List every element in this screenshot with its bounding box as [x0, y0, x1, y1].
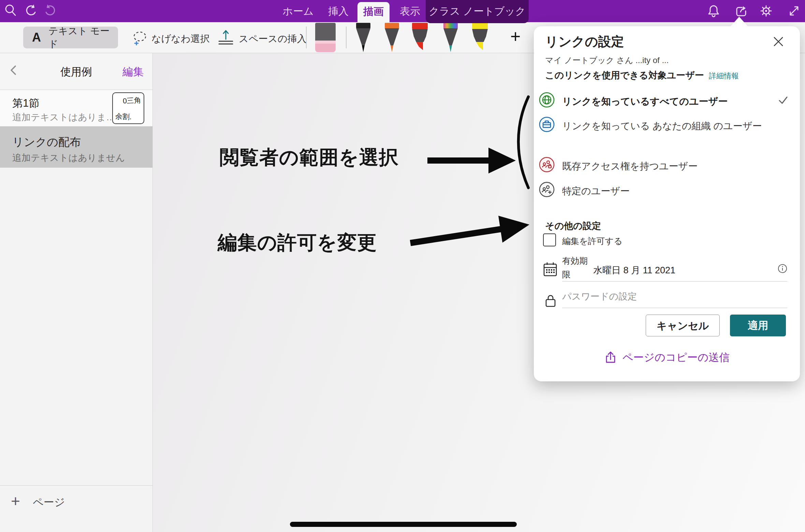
- people-lock-icon: [539, 156, 555, 173]
- top-app-bar: ホーム 挿入 描画 表示 クラス ノートブック: [0, 0, 805, 22]
- text-mode-a-icon: A: [32, 30, 41, 45]
- page-list-panel: 使用例 編集 第1節 追加テキストはありま… 0三角 余割. リンクの配布 追加…: [0, 53, 153, 532]
- globe-icon: [539, 92, 555, 108]
- expiration-value[interactable]: 水曜日 8 月 11 2021: [593, 264, 675, 276]
- tab-view[interactable]: 表示: [394, 0, 426, 22]
- toolbar-divider: [306, 27, 307, 48]
- people-add-icon: [539, 181, 555, 198]
- search-icon[interactable]: [3, 3, 18, 18]
- close-icon[interactable]: [772, 35, 785, 48]
- tab-insert[interactable]: 挿入: [323, 0, 354, 22]
- add-pen-button[interactable]: +: [510, 28, 521, 45]
- red-highlighter-tool[interactable]: [410, 23, 430, 53]
- tab-draw[interactable]: 描画: [357, 2, 390, 22]
- annotation-change-edit-permission: 編集の許可を変更: [218, 230, 377, 256]
- info-icon[interactable]: [777, 263, 788, 274]
- page-list-item[interactable]: 第1節 追加テキストはありま… 0三角 余割.: [0, 90, 152, 126]
- page-title: 第1節: [12, 96, 39, 110]
- expand-icon[interactable]: [787, 3, 802, 18]
- send-copy-icon: [604, 351, 618, 364]
- page-list-item-selected[interactable]: リンクの配布 追加テキストはありません: [0, 126, 152, 168]
- toolbar-divider: [346, 27, 347, 48]
- lock-icon: [544, 293, 557, 308]
- calendar-icon: [543, 261, 558, 277]
- option-specific-people[interactable]: 特定のユーザー: [534, 181, 800, 200]
- allow-editing-label: 編集を許可する: [562, 235, 623, 247]
- eraser-body: [315, 41, 336, 52]
- gear-icon[interactable]: [759, 3, 774, 18]
- page-title: リンクの配布: [12, 135, 81, 150]
- audience-heading: このリンクを使用できる対象ユーザー詳細情報: [545, 69, 739, 81]
- expiration-label: 有効期限: [562, 254, 595, 281]
- password-row: [534, 289, 800, 310]
- sidebar-footer-divider: [0, 485, 152, 486]
- rainbow-pen-tool[interactable]: [441, 23, 460, 53]
- option-label: リンクを知っているすべてのユーザー: [562, 94, 767, 109]
- yellow-highlighter-tool[interactable]: [470, 23, 490, 53]
- insert-space-icon[interactable]: [218, 30, 234, 46]
- cancel-button[interactable]: キャンセル: [646, 315, 720, 336]
- share-icon[interactable]: [733, 3, 748, 18]
- lasso-select-label[interactable]: なげなわ選択: [151, 32, 210, 45]
- send-copy-label: ページのコピーの送信: [623, 350, 730, 365]
- undo-icon[interactable]: [23, 3, 38, 18]
- add-page-button[interactable]: + ページ: [0, 491, 152, 511]
- password-input[interactable]: [562, 291, 787, 302]
- eraser-top: [315, 23, 336, 41]
- other-settings-heading: その他の設定: [545, 220, 601, 232]
- plus-icon: +: [11, 491, 20, 511]
- option-existing-access[interactable]: 既存アクセス権を持つユーザー: [534, 156, 800, 176]
- tab-class-notebook[interactable]: クラス ノートブック: [426, 0, 529, 23]
- field-underline: [562, 281, 787, 282]
- eraser-tool[interactable]: [315, 23, 336, 52]
- page-subtitle: 追加テキストはありま…: [12, 111, 115, 123]
- page-subtitle: 追加テキストはありません: [12, 152, 125, 164]
- insert-space-label[interactable]: スペースの挿入: [239, 32, 307, 45]
- apply-button[interactable]: 適用: [730, 315, 786, 336]
- option-label: 既存アクセス権を持つユーザー: [562, 158, 767, 174]
- allow-editing-row[interactable]: 編集を許可する: [534, 233, 800, 249]
- check-icon: [778, 95, 788, 105]
- redo-icon[interactable]: [43, 3, 58, 18]
- tab-home[interactable]: ホーム: [280, 0, 316, 22]
- page-list-header: 使用例 編集: [0, 53, 152, 90]
- link-settings-dialog: リンクの設定 マイ ノートブック さん ...ity of ... このリンクを…: [534, 26, 800, 381]
- thumbnail-handwriting: 0三角: [123, 95, 142, 106]
- bell-icon[interactable]: [706, 3, 721, 18]
- details-link[interactable]: 詳細情報: [709, 72, 739, 80]
- text-mode-label: テキスト モード: [48, 25, 118, 50]
- text-mode-button[interactable]: A テキスト モード: [23, 27, 118, 48]
- lasso-select-icon[interactable]: [132, 30, 147, 45]
- field-underline: [562, 308, 787, 308]
- send-page-copy-link[interactable]: ページのコピーの送信: [534, 348, 800, 367]
- annotation-select-viewer-scope: 閲覧者の範囲を選択: [220, 145, 399, 171]
- add-page-label: ページ: [33, 495, 65, 510]
- thumbnail-handwriting: 余割.: [115, 111, 132, 122]
- option-anyone-with-link[interactable]: リンクを知っているすべてのユーザー: [534, 92, 800, 111]
- option-label: リンクを知っている あなたの組織 のユーザー: [562, 118, 767, 134]
- notebook-context: マイ ノートブック さん ...ity of ...: [545, 55, 669, 66]
- edit-pages-button[interactable]: 編集: [122, 65, 144, 79]
- option-people-in-org[interactable]: リンクを知っている あなたの組織 のユーザー: [534, 116, 800, 152]
- briefcase-icon: [539, 116, 555, 133]
- black-pen-tool[interactable]: [353, 23, 373, 53]
- orange-pen-tool[interactable]: [382, 23, 402, 53]
- page-thumbnail: 0三角 余割.: [112, 92, 144, 124]
- allow-editing-checkbox[interactable]: [543, 233, 556, 246]
- dialog-callout-arrow: [730, 17, 748, 27]
- dialog-title: リンクの設定: [545, 33, 624, 50]
- expiration-date-row[interactable]: 有効期限 水曜日 8 月 11 2021: [534, 254, 800, 285]
- audience-heading-text: このリンクを使用できる対象ユーザー: [545, 70, 704, 80]
- option-label: 特定のユーザー: [562, 183, 767, 199]
